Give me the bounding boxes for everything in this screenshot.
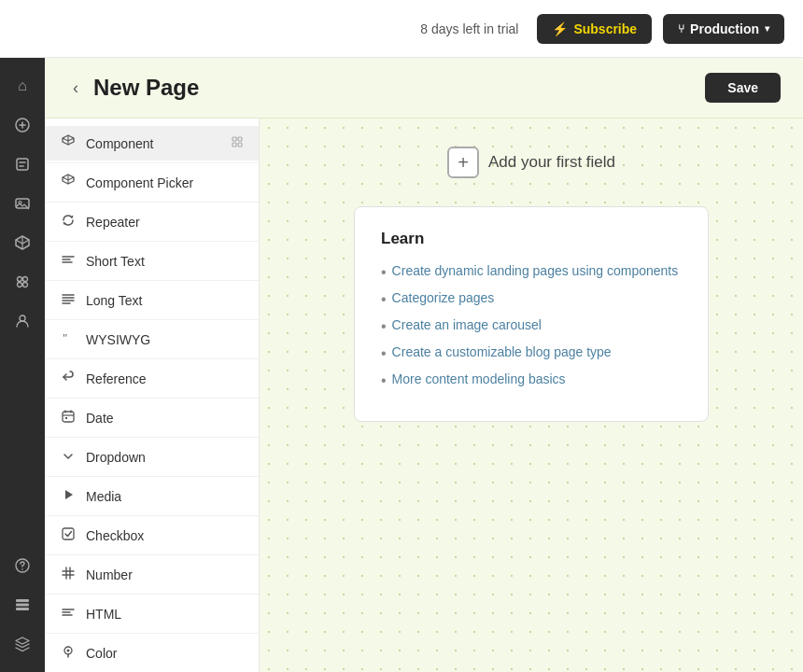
learn-link-item: Create dynamic landing pages using compo… [381, 263, 682, 281]
field-item-date[interactable]: Date [45, 400, 259, 435]
page-header-left: ‹ New Page [67, 75, 199, 101]
sidebar-item-help[interactable] [6, 549, 39, 582]
field-divider [45, 476, 259, 477]
plus-icon: + [447, 147, 479, 178]
field-item-left-html: HTML [60, 605, 121, 623]
trial-text: 8 days left in trial [420, 21, 518, 36]
field-item-number[interactable]: Number [45, 557, 259, 592]
dropdown-icon [60, 448, 77, 466]
field-item-component-picker[interactable]: Component Picker [45, 165, 259, 200]
field-item-component[interactable]: Component [45, 126, 259, 161]
branch-icon: ⑂ [678, 22, 684, 35]
field-item-checkbox[interactable]: Checkbox [45, 518, 259, 553]
learn-link-2[interactable]: Create an image carousel [392, 317, 542, 332]
component-picker-icon [60, 174, 77, 191]
learn-link-item: More content modeling basics [381, 371, 682, 389]
learn-link-3[interactable]: Create a customizable blog page type [392, 344, 612, 359]
field-label-wysiwyg: WYSIWYG [86, 332, 150, 347]
svg-rect-15 [238, 137, 242, 141]
field-item-wysiwyg[interactable]: "WYSIWYG [45, 322, 259, 357]
sidebar-item-users[interactable] [6, 304, 39, 338]
learn-link-0[interactable]: Create dynamic landing pages using compo… [392, 263, 679, 278]
field-item-dropdown[interactable]: Dropdown [45, 440, 259, 474]
short-text-icon [60, 252, 77, 270]
svg-text:": " [63, 330, 67, 344]
field-label-media: Media [86, 489, 121, 504]
field-action-icon-component[interactable] [231, 135, 244, 151]
svg-rect-1 [17, 159, 28, 170]
learn-links: Create dynamic landing pages using compo… [381, 263, 682, 389]
svg-point-7 [23, 283, 28, 287]
field-item-left-short-text: Short Text [60, 252, 145, 270]
add-field-button[interactable]: + Add your first field [447, 147, 615, 178]
sidebar-item-media[interactable] [6, 187, 39, 220]
checkbox-icon [60, 526, 77, 544]
sidebar-nav: ⌂ [0, 58, 45, 672]
sidebar-item-pages[interactable] [6, 108, 39, 142]
component-icon [60, 134, 77, 152]
sidebar-item-home[interactable]: ⌂ [6, 69, 39, 103]
svg-rect-16 [232, 143, 236, 147]
field-item-left-reference: Reference [60, 370, 147, 387]
number-icon [60, 566, 77, 583]
field-item-html[interactable]: HTML [45, 596, 259, 631]
field-divider [45, 437, 259, 438]
sidebar-item-content[interactable] [6, 147, 39, 181]
chevron-down-icon: ▾ [765, 23, 769, 34]
field-divider [45, 515, 259, 516]
learn-link-4[interactable]: More content modeling basics [392, 371, 566, 386]
field-divider [45, 554, 259, 555]
svg-point-4 [18, 277, 22, 282]
sidebar-item-history[interactable] [6, 588, 39, 622]
svg-marker-21 [65, 490, 73, 499]
field-item-color[interactable]: Color [45, 636, 259, 670]
body-row: ComponentComponent PickerRepeaterShort T… [45, 119, 803, 672]
field-item-left-checkbox: Checkbox [60, 526, 144, 544]
bolt-icon: ⚡ [552, 21, 568, 36]
field-divider [45, 319, 259, 320]
subscribe-label: Subscribe [573, 21, 637, 36]
field-label-checkbox: Checkbox [86, 528, 144, 543]
learn-card: Learn Create dynamic landing pages using… [354, 206, 709, 422]
field-item-left-long-text: Long Text [60, 291, 142, 309]
save-button[interactable]: Save [705, 73, 781, 103]
field-item-reference[interactable]: Reference [45, 361, 259, 396]
learn-title: Learn [381, 230, 682, 248]
field-divider [45, 633, 259, 634]
color-icon [60, 644, 77, 662]
field-item-left-component-picker: Component Picker [60, 174, 193, 191]
learn-link-1[interactable]: Categorize pages [392, 290, 495, 305]
back-button[interactable]: ‹ [67, 77, 84, 100]
svg-rect-11 [16, 599, 29, 602]
reference-icon [60, 370, 77, 387]
svg-point-8 [20, 315, 25, 321]
svg-rect-12 [16, 604, 29, 607]
sidebar-item-apps[interactable] [6, 265, 39, 299]
field-item-short-text[interactable]: Short Text [45, 244, 259, 278]
field-divider [45, 202, 259, 203]
subscribe-button[interactable]: ⚡ Subscribe [537, 14, 652, 44]
field-item-media[interactable]: Media [45, 479, 259, 513]
repeater-icon [60, 213, 77, 231]
learn-link-item: Create a customizable blog page type [381, 344, 682, 362]
page-header: ‹ New Page Save [45, 58, 803, 119]
field-item-left-number: Number [60, 566, 133, 583]
svg-rect-17 [238, 143, 242, 147]
sidebar-item-components[interactable] [6, 226, 39, 259]
wysiwyg-icon: " [60, 330, 77, 348]
svg-rect-22 [63, 528, 74, 539]
field-item-left-repeater: Repeater [60, 213, 140, 231]
field-label-number: Number [86, 567, 133, 582]
field-label-component-picker: Component Picker [86, 175, 193, 190]
field-item-repeater[interactable]: Repeater [45, 204, 259, 239]
field-label-repeater: Repeater [86, 215, 140, 230]
main-layout: ⌂ ‹ [0, 58, 803, 672]
field-divider [45, 162, 259, 163]
production-button[interactable]: ⑂ Production ▾ [663, 14, 784, 44]
field-label-reference: Reference [86, 371, 147, 386]
field-item-long-text[interactable]: Long Text [45, 283, 259, 317]
field-divider [45, 594, 259, 595]
field-item-left-media: Media [60, 487, 121, 505]
sidebar-item-layers[interactable] [6, 627, 39, 661]
long-text-icon [60, 291, 77, 309]
